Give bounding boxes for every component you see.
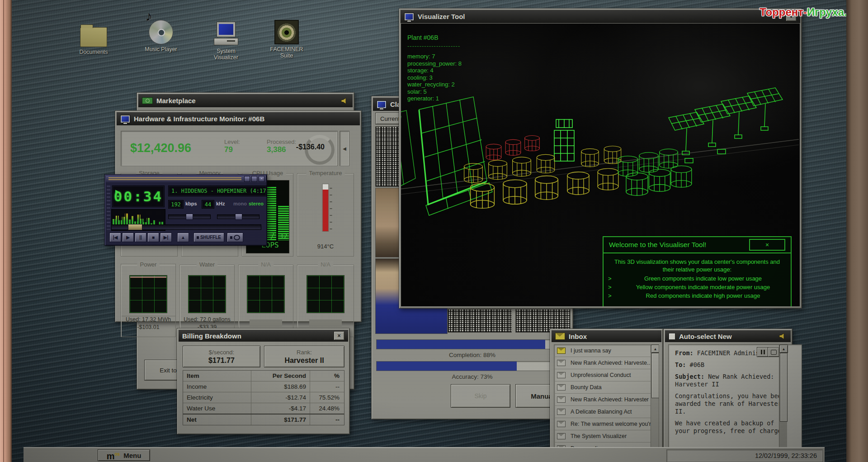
seek-bar[interactable] <box>111 224 261 230</box>
player-clutterbar <box>107 186 110 230</box>
plant-id: Plant #06B <box>407 34 462 42</box>
meter-label: Water <box>197 261 217 268</box>
mail-item[interactable]: A Delicate Balancing Act <box>554 406 659 418</box>
desktop-icon-label: Documents <box>69 49 118 55</box>
taskbar: mos Menu 12/02/1999, 22:33:26 <box>24 447 825 462</box>
repeat-icon <box>234 235 240 240</box>
meter-label: N/A <box>258 261 274 268</box>
scroll-up-button[interactable]: ▲ <box>651 345 659 353</box>
player-time-display: ▶ 00:34 <box>112 186 165 207</box>
na-graph <box>307 275 344 313</box>
mail-item[interactable]: The System Visualizer <box>554 430 659 443</box>
track-title-display: 1. HIDDENOS - HOPEMINER (4:17) <box>168 186 267 196</box>
desktop-icon-documents[interactable]: Documents <box>69 19 118 55</box>
play-button[interactable]: ▶ <box>122 233 134 242</box>
player-minimize-button[interactable] <box>244 176 250 182</box>
collapse-strip[interactable]: ◀ <box>340 131 349 166</box>
inbox-titlebar[interactable]: Inbox <box>552 330 661 342</box>
marketplace-titlebar[interactable]: Marketplace <box>138 94 353 107</box>
mail-to-line: To: #06B <box>675 361 788 369</box>
billing-title: Billing Breakdown <box>182 332 241 340</box>
reader-titlebar[interactable]: Auto-select New <box>665 330 791 342</box>
level-label: Level: <box>224 138 240 145</box>
hardware-monitor-titlebar[interactable]: Hardware & Infrastructure Monitor: #06B <box>117 112 360 125</box>
speaker-icon <box>341 98 349 104</box>
table-row: Income$188.69-- <box>183 381 344 392</box>
na-placeholder-bar <box>309 319 342 327</box>
scroll-up-button[interactable]: ▲ <box>779 345 788 353</box>
desktop-icon-system-visualizer[interactable]: System Visualizer <box>203 18 249 61</box>
scrollbar-thumb[interactable] <box>651 353 659 398</box>
visualizer-titlebar[interactable]: Visualizer Tool ▪ <box>401 10 800 23</box>
mail-subject-line: Subject: New Rank Achieved: Harvester II <box>675 373 788 388</box>
mail-body-paragraph: Congratulations, you have been awarded t… <box>675 392 788 415</box>
reader-scrollbar[interactable]: ▲ ▼ <box>779 345 787 456</box>
prev-button[interactable]: |◀ <box>109 233 121 242</box>
desktop-icon-label: FACEMINER Suite <box>266 46 307 59</box>
billing-table-header: Item Per Second % <box>183 371 344 381</box>
processed-value: 3,386 <box>267 145 296 154</box>
thermometer <box>322 184 329 232</box>
welcome-dialog-close-button[interactable]: × <box>749 239 785 251</box>
samplerate-unit-label: kHz <box>216 201 225 206</box>
auto-select-checkbox[interactable] <box>669 333 675 340</box>
monitor-icon <box>120 115 130 123</box>
billing-close-button[interactable]: × <box>334 331 344 340</box>
billing-titlebar[interactable]: Billing Breakdown × <box>179 330 348 342</box>
taskbar-clock: 12/02/1999, 22:33:26 <box>666 449 823 462</box>
player-close-button[interactable]: × <box>259 176 264 182</box>
rate-value: -$136.40 <box>296 143 325 151</box>
level-value: 79 <box>224 145 240 154</box>
eject-button[interactable]: ▲ <box>177 233 189 242</box>
balance-slider[interactable] <box>217 214 259 219</box>
plant-info-readout: Plant #06B ---------------------- memory… <box>407 34 462 102</box>
inbox-title: Inbox <box>569 333 587 340</box>
na-placeholder-bar <box>250 319 282 327</box>
stop-button[interactable]: ■ <box>147 233 159 242</box>
mail-item[interactable]: New Rank Achieved: Harveste... <box>554 357 659 369</box>
pause-reading-button[interactable] <box>757 347 769 357</box>
marketplace-title: Marketplace <box>156 97 196 105</box>
balance-value: $12,420.96 <box>130 141 191 155</box>
mail-item[interactable]: Bounty Data <box>554 381 659 394</box>
completion-fill <box>377 340 545 349</box>
meter-power: Power Used: 17.32 MWh -$103.01 <box>121 265 176 337</box>
repeat-flag-icon <box>230 236 232 239</box>
inbox-list: I just wanna say New Rank Achieved: Harv… <box>554 344 659 457</box>
player-shade-button[interactable] <box>251 176 257 182</box>
player-titlebar[interactable]: × <box>106 176 266 182</box>
welcome-dialog-title: Welcome to the Visualiser Tool! <box>609 241 706 249</box>
visualizer-title: Visualizer Tool <box>418 13 465 20</box>
volume-slider[interactable] <box>168 214 211 219</box>
pause-button[interactable]: || <box>135 233 146 242</box>
next-button[interactable]: ▶| <box>160 233 172 242</box>
group-temperature: Temperature 914°C <box>297 173 354 257</box>
popout-button[interactable] <box>768 347 779 357</box>
inbox-scrollbar[interactable]: ▲ <box>651 345 659 457</box>
pause-icon <box>761 350 765 354</box>
skip-button[interactable]: Skip <box>451 384 510 408</box>
scrollbar-thumb[interactable] <box>780 353 788 422</box>
window-inbox: Inbox I just wanna say New Rank Achieved… <box>550 329 663 462</box>
mail-item[interactable]: Re: The warmest welcome you'r... <box>554 418 659 430</box>
desktop-icon-faceminer-suite[interactable]: FACEMINER Suite <box>264 16 309 59</box>
repeat-button[interactable] <box>227 233 243 242</box>
desktop-icon-music-player[interactable]: ♪ Music Player <box>136 16 186 52</box>
folder-icon <box>80 27 107 47</box>
dialog-bullet: >Green components indicate low power usa… <box>604 275 791 282</box>
envelope-icon <box>555 333 565 340</box>
welcome-dialog-intro: This 3D visualization shows your data ce… <box>604 253 791 273</box>
mail-item[interactable]: New Rank Achieved: Harvester I <box>554 394 659 406</box>
qr-code-image <box>375 126 402 187</box>
mail-item[interactable]: I just wanna say <box>554 345 659 357</box>
monitor-icon <box>404 13 414 21</box>
shuffle-button[interactable]: SHUFFLE <box>193 233 224 242</box>
meter-water: Water Used: 72.0 gallons -$33.39 <box>179 265 235 337</box>
mail-item[interactable]: Unprofessional Conduct <box>554 369 659 381</box>
mono-indicator: mono <box>233 201 247 206</box>
per-second-plate: $/second: $171.77 <box>183 346 260 367</box>
power-usage-text: Used: 17.32 MWh -$103.01 <box>121 316 175 331</box>
app-icon <box>377 100 387 109</box>
dialog-bullet: >Red components indicate high power usag… <box>604 292 791 299</box>
menu-button[interactable]: mos Menu <box>98 449 150 461</box>
